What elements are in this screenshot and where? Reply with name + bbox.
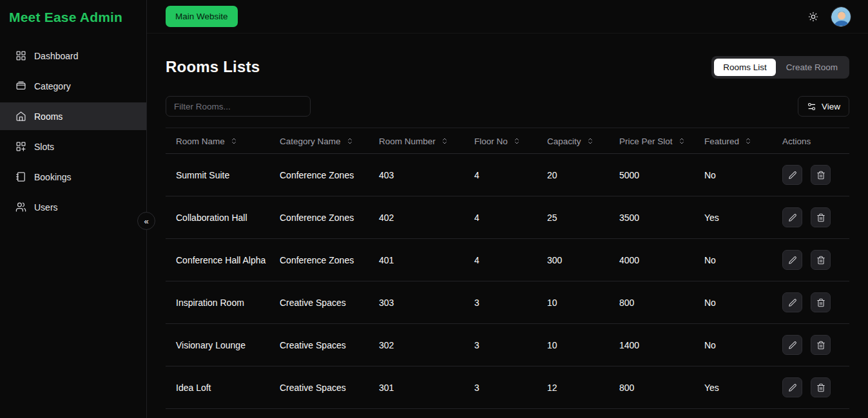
cell-room_number: 402 xyxy=(369,196,464,239)
sidebar-item-label: Bookings xyxy=(34,172,72,182)
cell-room_name: Summit Suite xyxy=(166,154,269,196)
category-icon xyxy=(15,81,26,91)
sidebar-item-label: Slots xyxy=(34,142,54,152)
cell-capacity: 10 xyxy=(537,281,609,324)
delete-button[interactable] xyxy=(811,377,831,397)
cell-price_per_slot: 3500 xyxy=(609,196,694,239)
cell-featured: Yes xyxy=(694,196,772,239)
edit-button[interactable] xyxy=(782,165,802,185)
cell-price_per_slot: 800 xyxy=(609,281,694,324)
cell-capacity: 300 xyxy=(537,239,609,281)
row-actions xyxy=(782,250,839,270)
column-header-label: Room Name xyxy=(176,136,225,146)
table-toolbar: View xyxy=(166,96,849,117)
trash-icon xyxy=(816,341,825,350)
column-header-featured[interactable]: Featured xyxy=(694,128,772,154)
column-header-category_name[interactable]: Category Name xyxy=(269,128,369,154)
column-header-price_per_slot[interactable]: Price Per Slot xyxy=(609,128,694,154)
column-header-label: Featured xyxy=(704,136,739,146)
delete-button[interactable] xyxy=(811,335,831,355)
cell-capacity: 20 xyxy=(537,154,609,196)
column-header-floor_no[interactable]: Floor No xyxy=(464,128,537,154)
users-icon xyxy=(15,202,26,213)
cell-room_number: 303 xyxy=(369,281,464,324)
cell-room_name: Visionary Lounge xyxy=(166,324,269,366)
table-row: Idea LoftCreative Spaces301312800Yes xyxy=(166,366,849,409)
cell-category_name: Conference Zones xyxy=(269,239,369,281)
collapse-icon: « xyxy=(144,217,148,225)
sidebar-item-rooms[interactable]: Rooms xyxy=(0,102,146,130)
cell-price_per_slot: 1400 xyxy=(609,324,694,366)
trash-icon xyxy=(816,171,825,180)
theme-toggle-button[interactable] xyxy=(805,9,821,24)
delete-button[interactable] xyxy=(811,207,831,227)
tab-create-room[interactable]: Create Room xyxy=(777,59,847,76)
delete-button[interactable] xyxy=(811,165,831,185)
sort-icon[interactable] xyxy=(441,137,448,145)
cell-actions xyxy=(772,239,849,281)
cell-floor_no: 4 xyxy=(464,239,537,281)
trash-icon xyxy=(816,213,825,222)
topbar-right xyxy=(805,6,851,27)
edit-button[interactable] xyxy=(782,250,802,270)
cell-floor_no: 3 xyxy=(464,281,537,324)
sidebar-item-users[interactable]: Users xyxy=(0,193,146,221)
tab-rooms-list[interactable]: Rooms List xyxy=(714,59,776,76)
column-header-label: Actions xyxy=(782,136,811,146)
cell-floor_no: 3 xyxy=(464,324,537,366)
cell-price_per_slot: 800 xyxy=(609,366,694,409)
topbar: Main Website xyxy=(147,0,868,33)
trash-icon xyxy=(816,298,825,307)
delete-button[interactable] xyxy=(811,292,831,312)
edit-button[interactable] xyxy=(782,207,802,227)
pencil-icon xyxy=(788,298,797,307)
cell-category_name: Creative Spaces xyxy=(269,281,369,324)
row-actions xyxy=(782,335,839,355)
main-website-button[interactable]: Main Website xyxy=(166,6,238,27)
cell-featured: No xyxy=(694,324,772,366)
cell-featured: No xyxy=(694,281,772,324)
sort-icon[interactable] xyxy=(513,137,521,145)
cell-room_number: 301 xyxy=(369,366,464,409)
view-button[interactable]: View xyxy=(798,96,849,117)
sort-icon[interactable] xyxy=(346,137,354,145)
cell-capacity: 10 xyxy=(537,324,609,366)
sidebar-item-slots[interactable]: Slots xyxy=(0,133,146,160)
filter-rooms-input[interactable] xyxy=(166,96,311,117)
rooms-table-container: Room NameCategory NameRoom NumberFloor N… xyxy=(166,128,849,409)
table-row: Visionary LoungeCreative Spaces302310140… xyxy=(166,324,849,366)
sort-icon[interactable] xyxy=(586,137,594,145)
rooms-table: Room NameCategory NameRoom NumberFloor N… xyxy=(166,128,849,409)
cell-actions xyxy=(772,196,849,239)
delete-button[interactable] xyxy=(811,250,831,270)
column-header-capacity[interactable]: Capacity xyxy=(537,128,609,154)
edit-button[interactable] xyxy=(782,292,802,312)
sidebar-item-dashboard[interactable]: Dashboard xyxy=(0,42,146,70)
rooms-icon xyxy=(15,111,26,122)
cell-room_number: 403 xyxy=(369,154,464,196)
main-area: Main Website Rooms Lists Rooms List xyxy=(147,0,868,418)
slots-icon xyxy=(15,141,26,152)
sort-icon[interactable] xyxy=(230,137,238,145)
column-header-room_name[interactable]: Room Name xyxy=(166,128,269,154)
sidebar-item-category[interactable]: Category xyxy=(0,72,146,100)
column-header-room_number[interactable]: Room Number xyxy=(369,128,464,154)
edit-button[interactable] xyxy=(782,377,802,397)
edit-button[interactable] xyxy=(782,335,802,355)
cell-room_name: Collaboration Hall xyxy=(166,196,269,239)
page-title: Rooms Lists xyxy=(166,58,260,76)
table-row: Inspiration RoomCreative Spaces303310800… xyxy=(166,281,849,324)
cell-category_name: Creative Spaces xyxy=(269,324,369,366)
sort-icon[interactable] xyxy=(744,137,752,145)
sidebar-collapse-button[interactable]: « xyxy=(137,212,155,230)
cell-category_name: Creative Spaces xyxy=(269,366,369,409)
cell-room_name: Idea Loft xyxy=(166,366,269,409)
sort-icon[interactable] xyxy=(678,137,686,145)
row-actions xyxy=(782,377,839,397)
sidebar-item-bookings[interactable]: Bookings xyxy=(0,163,146,191)
sliders-icon xyxy=(807,102,816,111)
column-header-label: Price Per Slot xyxy=(619,136,673,146)
user-avatar[interactable] xyxy=(831,6,851,27)
column-header-label: Room Number xyxy=(379,136,436,146)
cell-floor_no: 4 xyxy=(464,154,537,196)
